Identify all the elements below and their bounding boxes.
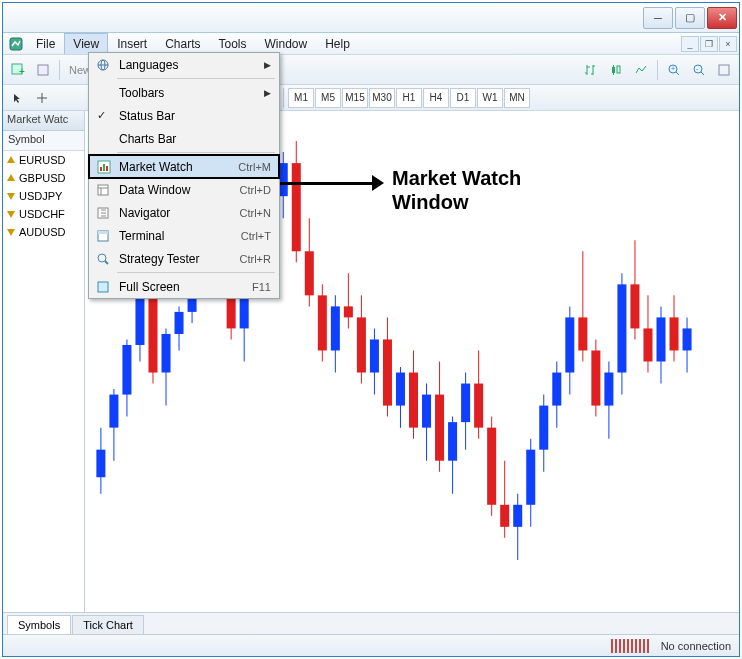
mdi-minimize-button[interactable]: _ [681, 36, 699, 52]
zoom-out-button[interactable]: - [688, 59, 710, 81]
mdi-close-button[interactable]: × [719, 36, 737, 52]
timeframe-w1[interactable]: W1 [477, 88, 503, 108]
svg-rect-82 [500, 505, 509, 527]
svg-rect-84 [513, 505, 522, 527]
line-chart-button[interactable] [630, 59, 652, 81]
svg-rect-68 [409, 373, 418, 428]
down-arrow-icon [6, 209, 16, 219]
symbol-row-usdjpy[interactable]: USDJPY [3, 187, 84, 205]
menu-help[interactable]: Help [316, 33, 359, 54]
menu-data-window[interactable]: Data Window Ctrl+D [89, 178, 279, 201]
svg-rect-126 [98, 231, 108, 234]
crosshair-button[interactable] [31, 87, 53, 109]
cursor-button[interactable] [7, 87, 29, 109]
svg-text:+: + [19, 66, 25, 77]
svg-rect-50 [292, 163, 301, 251]
tab-symbols[interactable]: Symbols [7, 615, 71, 634]
menu-window[interactable]: Window [256, 33, 317, 54]
svg-rect-110 [683, 328, 692, 350]
mdi-restore-button[interactable]: ❐ [700, 36, 718, 52]
menu-charts[interactable]: Charts [156, 33, 209, 54]
svg-text:-: - [696, 65, 699, 72]
svg-rect-129 [98, 282, 108, 292]
app-icon [5, 33, 27, 54]
timeframe-mn[interactable]: MN [504, 88, 530, 108]
svg-rect-60 [357, 317, 366, 372]
symbol-row-audusd[interactable]: AUDUSD [3, 223, 84, 241]
auto-scroll-button[interactable] [713, 59, 735, 81]
menu-strategy-tester[interactable]: Strategy Tester Ctrl+R [89, 247, 279, 270]
svg-rect-102 [630, 284, 639, 328]
svg-rect-72 [435, 395, 444, 461]
svg-rect-115 [100, 167, 102, 171]
menu-terminal[interactable]: Terminal Ctrl+T [89, 224, 279, 247]
market-watch-icon [95, 158, 113, 176]
menu-file[interactable]: File [27, 33, 64, 54]
menu-view[interactable]: View [64, 33, 108, 54]
tab-tick-chart[interactable]: Tick Chart [72, 615, 144, 634]
svg-rect-90 [552, 373, 561, 406]
timeframe-m15[interactable]: M15 [342, 88, 368, 108]
menu-insert[interactable]: Insert [108, 33, 156, 54]
bar-chart-button[interactable] [580, 59, 602, 81]
bottom-tabs: Symbols Tick Chart [3, 612, 739, 634]
menu-status-bar[interactable]: ✓ Status Bar [89, 104, 279, 127]
menu-toolbars[interactable]: Toolbars ▶ [89, 81, 279, 104]
symbol-column-header[interactable]: Symbol [3, 131, 84, 151]
menu-charts-bar[interactable]: Charts Bar [89, 127, 279, 150]
titlebar: ─ ▢ ✕ [3, 3, 739, 33]
svg-rect-28 [148, 295, 157, 372]
svg-rect-54 [318, 295, 327, 350]
menu-market-watch[interactable]: Market Watch Ctrl+M [88, 154, 280, 179]
svg-rect-56 [331, 306, 340, 350]
close-button[interactable]: ✕ [707, 7, 737, 29]
svg-rect-88 [539, 406, 548, 450]
svg-rect-100 [617, 284, 626, 372]
market-watch-header: Market Watc [3, 111, 84, 131]
timeframe-m5[interactable]: M5 [315, 88, 341, 108]
symbol-row-gbpusd[interactable]: GBPUSD [3, 169, 84, 187]
svg-rect-22 [109, 395, 118, 428]
down-arrow-icon [6, 227, 16, 237]
timeframe-h4[interactable]: H4 [423, 88, 449, 108]
maximize-button[interactable]: ▢ [675, 7, 705, 29]
new-chart-button[interactable]: + [7, 59, 29, 81]
svg-rect-76 [461, 384, 470, 423]
svg-rect-118 [98, 185, 108, 195]
timeframe-d1[interactable]: D1 [450, 88, 476, 108]
symbol-row-usdchf[interactable]: USDCHF [3, 205, 84, 223]
menu-navigator[interactable]: Navigator Ctrl+N [89, 201, 279, 224]
minimize-button[interactable]: ─ [643, 7, 673, 29]
connection-icon [611, 639, 651, 653]
svg-rect-80 [487, 428, 496, 505]
svg-rect-30 [162, 334, 171, 373]
terminal-icon [94, 227, 112, 245]
zoom-in-button[interactable]: + [663, 59, 685, 81]
up-arrow-icon [6, 173, 16, 183]
svg-rect-24 [122, 345, 131, 395]
svg-rect-94 [578, 317, 587, 350]
svg-rect-74 [448, 422, 457, 461]
menu-tools[interactable]: Tools [210, 33, 256, 54]
menu-full-screen[interactable]: Full Screen F11 [89, 275, 279, 298]
timeframe-h1[interactable]: H1 [396, 88, 422, 108]
svg-rect-108 [670, 317, 679, 350]
svg-rect-16 [719, 65, 729, 75]
svg-text:+: + [671, 65, 675, 72]
svg-rect-52 [305, 251, 314, 295]
svg-rect-117 [106, 166, 108, 171]
candle-chart-button[interactable] [605, 59, 627, 81]
symbol-row-eurusd[interactable]: EURUSD [3, 151, 84, 169]
svg-line-128 [105, 261, 108, 264]
svg-rect-92 [565, 317, 574, 372]
svg-rect-20 [96, 450, 105, 478]
menu-languages[interactable]: Languages ▶ [89, 53, 279, 76]
svg-rect-78 [474, 384, 483, 428]
profiles-button[interactable] [32, 59, 54, 81]
market-watch-panel: Market Watc Symbol EURUSDGBPUSDUSDJPYUSD… [3, 111, 85, 612]
timeframe-m30[interactable]: M30 [369, 88, 395, 108]
svg-rect-106 [656, 317, 665, 361]
timeframe-m1[interactable]: M1 [288, 88, 314, 108]
navigator-icon [94, 204, 112, 222]
svg-rect-96 [591, 350, 600, 405]
